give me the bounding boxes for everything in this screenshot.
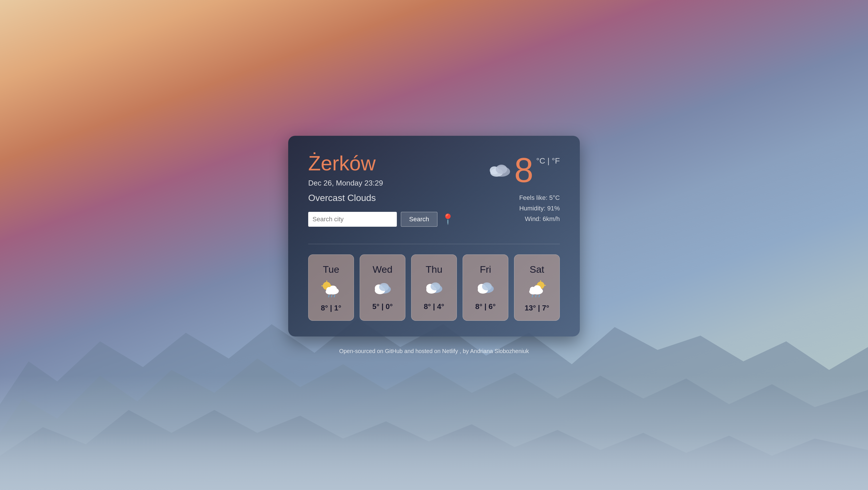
search-button[interactable]: Search bbox=[401, 212, 437, 227]
forecast-temp-sat: 13° | 7° bbox=[525, 304, 549, 312]
svg-point-4 bbox=[496, 165, 507, 174]
location-pin-icon[interactable]: 📍 bbox=[441, 213, 454, 225]
weather-details: Feels like: 5°C Humidity: 91% Wind: 6km/… bbox=[519, 192, 560, 224]
svg-point-37 bbox=[533, 285, 541, 292]
forecast-card-sat: Sat bbox=[514, 254, 560, 321]
svg-point-28 bbox=[482, 282, 492, 290]
search-row: Search 📍 bbox=[308, 212, 454, 227]
forecast-card-wed: Wed 5° | 0° bbox=[360, 254, 405, 321]
forecast-day-wed: Wed bbox=[373, 264, 392, 275]
humidity: Humidity: 91% bbox=[519, 203, 560, 214]
forecast-card-thu: Thu 8° | 4° bbox=[411, 254, 457, 321]
forecast-day-fri: Fri bbox=[480, 264, 491, 275]
feels-like: Feels like: 5°C bbox=[519, 192, 560, 203]
svg-line-16 bbox=[334, 295, 335, 297]
temperature-display: 8 bbox=[514, 153, 533, 187]
date-time: Dec 26, Monday 23:29 bbox=[308, 179, 454, 187]
forecast-icon-thu bbox=[424, 280, 444, 297]
top-section: Żerków Dec 26, Monday 23:29 Overcast Clo… bbox=[308, 153, 560, 235]
forecast-card-tue: Tue bbox=[308, 254, 354, 321]
svg-line-14 bbox=[329, 295, 329, 297]
forecast-card-fri: Fri 8° | 6° bbox=[463, 254, 508, 321]
forecast-row: Tue bbox=[308, 254, 560, 321]
forecast-temp-fri: 8° | 6° bbox=[475, 302, 495, 311]
forecast-temp-tue: 8° | 1° bbox=[321, 304, 341, 312]
svg-line-40 bbox=[539, 295, 539, 297]
forecast-icon-fri bbox=[475, 280, 495, 297]
forecast-day-tue: Tue bbox=[323, 264, 339, 275]
svg-point-13 bbox=[329, 285, 337, 292]
svg-point-20 bbox=[379, 283, 389, 291]
svg-point-24 bbox=[431, 282, 440, 290]
city-name: Żerków bbox=[308, 153, 454, 174]
weather-icon-large bbox=[486, 159, 512, 181]
forecast-temp-thu: 8° | 4° bbox=[424, 302, 444, 311]
right-info: 8 °C | °F Feels like: 5°C Humidity: 91% … bbox=[486, 153, 560, 224]
svg-line-38 bbox=[532, 295, 533, 297]
wind: Wind: 6km/h bbox=[519, 214, 560, 224]
svg-line-15 bbox=[331, 295, 332, 297]
footer: Open-sourced on GitHub and hosted on Net… bbox=[339, 348, 529, 355]
left-info: Żerków Dec 26, Monday 23:29 Overcast Clo… bbox=[308, 153, 454, 235]
forecast-icon-sat bbox=[527, 280, 547, 299]
weather-card: Żerków Dec 26, Monday 23:29 Overcast Clo… bbox=[288, 136, 580, 336]
forecast-temp-wed: 5° | 0° bbox=[372, 302, 393, 311]
temp-unit-row: 8 °C | °F bbox=[486, 153, 560, 187]
forecast-icon-wed bbox=[373, 280, 393, 297]
search-input[interactable] bbox=[308, 212, 397, 227]
forecast-icon-tue bbox=[321, 280, 341, 299]
svg-line-39 bbox=[535, 295, 536, 297]
forecast-day-thu: Thu bbox=[426, 264, 442, 275]
weather-condition: Overcast Clouds bbox=[308, 193, 454, 203]
unit-toggle[interactable]: °C | °F bbox=[536, 156, 560, 165]
forecast-day-sat: Sat bbox=[529, 264, 544, 275]
